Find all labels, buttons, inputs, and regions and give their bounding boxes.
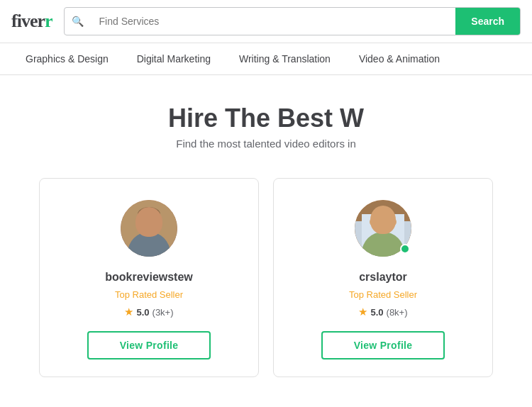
avatar-wrap-1 [355,200,411,257]
avatar-0 [121,200,177,257]
main-nav: Graphics & Design Digital Marketing Writ… [0,43,532,75]
svg-point-4 [138,207,160,221]
search-button[interactable]: Search [455,8,520,35]
svg-point-11 [391,218,397,225]
seller-badge-0: Top Rated Seller [115,289,183,300]
star-icon-1: ★ [358,306,367,318]
svg-point-0 [121,200,177,257]
search-icon: 🔍 [65,8,91,35]
svg-point-9 [372,209,394,233]
svg-point-5 [129,242,169,257]
rating-num-0: 5.0 [136,307,149,318]
hero-title: Hire The Best W [14,104,518,133]
header: fiverr 🔍 Search [0,0,532,43]
svg-point-2 [139,211,159,234]
avatar-wrap-0 [121,200,177,257]
nav-item-graphics[interactable]: Graphics & Design [11,43,123,74]
view-profile-button-0[interactable]: View Profile [87,331,211,359]
rating-row-0: ★ 5.0 (3k+) [124,306,173,318]
nav-item-digital-marketing[interactable]: Digital Marketing [123,43,225,74]
svg-point-10 [370,218,375,225]
online-indicator-1 [400,244,410,254]
svg-point-1 [136,208,162,237]
view-profile-button-1[interactable]: View Profile [321,331,445,359]
search-bar: 🔍 Search [64,7,521,35]
svg-rect-8 [362,214,404,246]
svg-point-14 [366,240,400,257]
rating-count-1: (8k+) [387,307,408,318]
rating-row-1: ★ 5.0 (8k+) [358,306,407,318]
nav-item-writing[interactable]: Writing & Translation [225,43,345,74]
rating-num-1: 5.0 [370,307,383,318]
seller-username-1: crslaytor [359,271,407,284]
svg-point-13 [386,218,389,222]
nav-item-video[interactable]: Video & Animation [345,43,454,74]
hero-section: Hire The Best W Find the most talented v… [0,75,532,164]
rating-count-0: (3k+) [153,307,174,318]
star-icon-0: ★ [124,306,133,318]
seller-card-1: crslaytor Top Rated Seller ★ 5.0 (8k+) V… [273,178,493,377]
hero-subtitle: Find the most talented video editors in [14,138,518,150]
svg-point-3 [140,211,158,231]
seller-cards-row: bookreviewstew Top Rated Seller ★ 5.0 (3… [0,164,532,391]
seller-card-0: bookreviewstew Top Rated Seller ★ 5.0 (3… [39,178,259,377]
seller-username-0: bookreviewstew [105,271,193,284]
svg-point-12 [377,218,381,222]
seller-badge-1: Top Rated Seller [349,289,417,300]
search-input[interactable] [91,8,456,35]
logo[interactable]: fiverr [11,11,52,32]
